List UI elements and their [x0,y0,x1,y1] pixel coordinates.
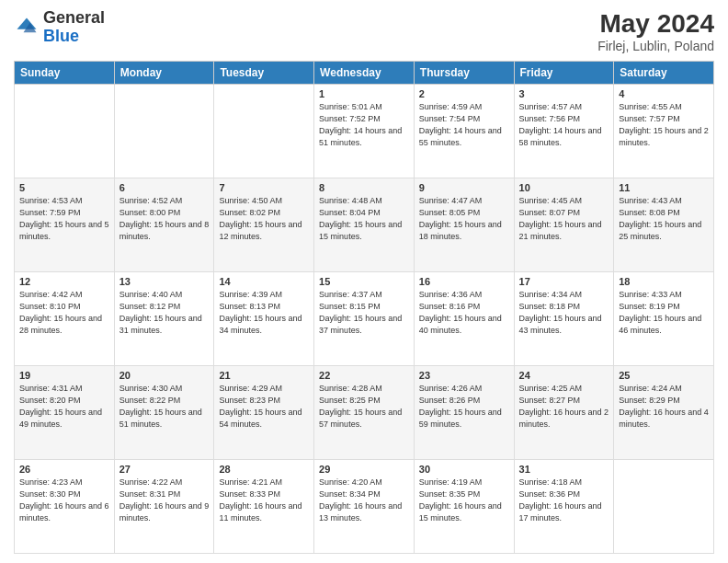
day-number: 20 [119,370,210,381]
header: General Blue May 2024 Firlej, Lublin, Po… [14,9,714,53]
day-number: 23 [419,370,509,381]
day-number: 21 [219,370,309,381]
calendar-cell: 30 Sunrise: 4:19 AMSunset: 8:35 PMDaylig… [414,460,514,554]
day-detail: Sunrise: 4:36 AMSunset: 8:16 PMDaylight:… [419,289,509,337]
svg-marker-0 [17,17,37,29]
day-number: 13 [119,276,210,287]
calendar-cell: 8 Sunrise: 4:48 AMSunset: 8:04 PMDayligh… [314,178,415,272]
day-number: 14 [219,276,309,287]
day-detail: Sunrise: 5:01 AMSunset: 7:52 PMDaylight:… [319,101,409,149]
calendar-cell: 14 Sunrise: 4:39 AMSunset: 8:13 PMDaylig… [214,272,314,366]
day-detail: Sunrise: 4:19 AMSunset: 8:35 PMDaylight:… [419,477,509,524]
day-number: 29 [319,464,409,475]
day-number: 28 [219,464,309,475]
calendar-cell: 4 Sunrise: 4:55 AMSunset: 7:57 PMDayligh… [614,85,714,178]
calendar-cell: 18 Sunrise: 4:33 AMSunset: 8:19 PMDaylig… [614,272,714,366]
day-detail: Sunrise: 4:43 AMSunset: 8:08 PMDaylight:… [619,195,709,243]
col-monday: Monday [114,62,214,85]
day-number: 10 [519,182,609,193]
day-number: 9 [419,182,509,193]
day-detail: Sunrise: 4:30 AMSunset: 8:22 PMDaylight:… [119,383,210,431]
col-wednesday: Wednesday [314,62,415,85]
calendar-cell: 5 Sunrise: 4:53 AMSunset: 7:59 PMDayligh… [15,178,115,272]
calendar-cell: 27 Sunrise: 4:22 AMSunset: 8:31 PMDaylig… [114,460,214,554]
day-number: 27 [119,464,210,475]
calendar-cell [214,85,314,178]
day-number: 3 [519,88,609,99]
calendar-cell [114,85,214,178]
day-number: 30 [419,464,509,475]
day-number: 7 [219,182,309,193]
day-detail: Sunrise: 4:52 AMSunset: 8:00 PMDaylight:… [119,195,210,243]
month-year: May 2024 [597,9,714,39]
calendar-header-row: Sunday Monday Tuesday Wednesday Thursday… [15,62,714,85]
calendar-cell: 23 Sunrise: 4:26 AMSunset: 8:26 PMDaylig… [414,366,514,460]
day-number: 26 [19,464,109,475]
day-number: 18 [619,276,709,287]
calendar-cell: 31 Sunrise: 4:18 AMSunset: 8:36 PMDaylig… [514,460,614,554]
location: Firlej, Lublin, Poland [597,39,714,53]
calendar-cell: 26 Sunrise: 4:23 AMSunset: 8:30 PMDaylig… [15,460,115,554]
day-detail: Sunrise: 4:23 AMSunset: 8:30 PMDaylight:… [19,477,109,524]
calendar-cell: 10 Sunrise: 4:45 AMSunset: 8:07 PMDaylig… [514,178,614,272]
calendar-cell: 11 Sunrise: 4:43 AMSunset: 8:08 PMDaylig… [614,178,714,272]
logo-icon [14,15,40,40]
day-detail: Sunrise: 4:24 AMSunset: 8:29 PMDaylight:… [619,383,709,431]
calendar-cell: 28 Sunrise: 4:21 AMSunset: 8:33 PMDaylig… [214,460,314,554]
calendar-week-4: 19 Sunrise: 4:31 AMSunset: 8:20 PMDaylig… [15,366,714,460]
calendar-cell: 2 Sunrise: 4:59 AMSunset: 7:54 PMDayligh… [414,85,514,178]
day-detail: Sunrise: 4:53 AMSunset: 7:59 PMDaylight:… [19,195,109,243]
calendar-cell [614,460,714,554]
day-number: 12 [19,276,109,287]
day-detail: Sunrise: 4:29 AMSunset: 8:23 PMDaylight:… [219,383,309,431]
col-thursday: Thursday [414,62,514,85]
calendar-cell: 17 Sunrise: 4:34 AMSunset: 8:18 PMDaylig… [514,272,614,366]
calendar-week-1: 1 Sunrise: 5:01 AMSunset: 7:52 PMDayligh… [15,85,714,178]
page: General Blue May 2024 Firlej, Lublin, Po… [0,0,728,563]
day-number: 17 [519,276,609,287]
calendar-cell: 9 Sunrise: 4:47 AMSunset: 8:05 PMDayligh… [414,178,514,272]
day-number: 8 [319,182,409,193]
day-number: 16 [419,276,509,287]
day-detail: Sunrise: 4:34 AMSunset: 8:18 PMDaylight:… [519,289,609,337]
calendar-cell: 29 Sunrise: 4:20 AMSunset: 8:34 PMDaylig… [314,460,415,554]
day-detail: Sunrise: 4:40 AMSunset: 8:12 PMDaylight:… [119,289,210,337]
day-detail: Sunrise: 4:47 AMSunset: 8:05 PMDaylight:… [419,195,509,243]
calendar-week-5: 26 Sunrise: 4:23 AMSunset: 8:30 PMDaylig… [15,460,714,554]
day-detail: Sunrise: 4:59 AMSunset: 7:54 PMDaylight:… [419,101,509,149]
day-detail: Sunrise: 4:26 AMSunset: 8:26 PMDaylight:… [419,383,509,431]
day-number: 6 [119,182,210,193]
calendar-cell: 24 Sunrise: 4:25 AMSunset: 8:27 PMDaylig… [514,366,614,460]
day-detail: Sunrise: 4:28 AMSunset: 8:25 PMDaylight:… [319,383,409,431]
calendar-cell: 6 Sunrise: 4:52 AMSunset: 8:00 PMDayligh… [114,178,214,272]
day-detail: Sunrise: 4:25 AMSunset: 8:27 PMDaylight:… [519,383,609,431]
logo: General Blue [14,9,105,46]
title-block: May 2024 Firlej, Lublin, Poland [597,9,714,53]
day-number: 15 [319,276,409,287]
day-detail: Sunrise: 4:31 AMSunset: 8:20 PMDaylight:… [19,383,109,431]
calendar-week-2: 5 Sunrise: 4:53 AMSunset: 7:59 PMDayligh… [15,178,714,272]
calendar-cell: 21 Sunrise: 4:29 AMSunset: 8:23 PMDaylig… [214,366,314,460]
calendar-cell: 25 Sunrise: 4:24 AMSunset: 8:29 PMDaylig… [614,366,714,460]
day-detail: Sunrise: 4:18 AMSunset: 8:36 PMDaylight:… [519,477,609,524]
calendar-cell: 15 Sunrise: 4:37 AMSunset: 8:15 PMDaylig… [314,272,415,366]
col-sunday: Sunday [15,62,115,85]
day-number: 25 [619,370,709,381]
day-detail: Sunrise: 4:37 AMSunset: 8:15 PMDaylight:… [319,289,409,337]
calendar-cell: 19 Sunrise: 4:31 AMSunset: 8:20 PMDaylig… [15,366,115,460]
calendar: Sunday Monday Tuesday Wednesday Thursday… [14,61,714,554]
calendar-cell: 12 Sunrise: 4:42 AMSunset: 8:10 PMDaylig… [15,272,115,366]
day-number: 22 [319,370,409,381]
day-detail: Sunrise: 4:21 AMSunset: 8:33 PMDaylight:… [219,477,309,524]
col-saturday: Saturday [614,62,714,85]
logo-blue: Blue [43,27,79,45]
calendar-week-3: 12 Sunrise: 4:42 AMSunset: 8:10 PMDaylig… [15,272,714,366]
day-detail: Sunrise: 4:22 AMSunset: 8:31 PMDaylight:… [119,477,210,524]
calendar-cell: 13 Sunrise: 4:40 AMSunset: 8:12 PMDaylig… [114,272,214,366]
calendar-cell: 16 Sunrise: 4:36 AMSunset: 8:16 PMDaylig… [414,272,514,366]
col-tuesday: Tuesday [214,62,314,85]
day-number: 4 [619,88,709,99]
day-number: 11 [619,182,709,193]
calendar-cell [15,85,115,178]
day-detail: Sunrise: 4:55 AMSunset: 7:57 PMDaylight:… [619,101,709,149]
